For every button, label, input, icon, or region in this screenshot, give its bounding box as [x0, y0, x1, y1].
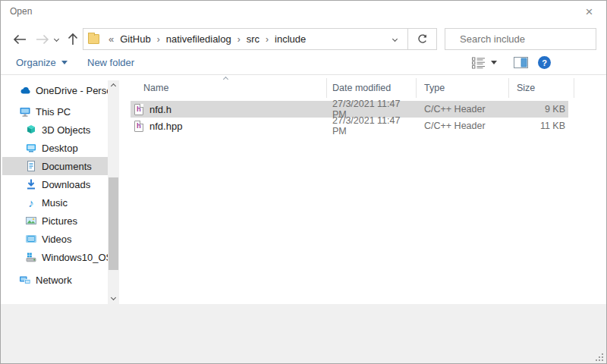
computer-icon	[19, 105, 31, 118]
folder-icon	[88, 34, 99, 44]
breadcrumb-item-github[interactable]: GitHub	[118, 33, 153, 45]
file-size: 9 KB	[509, 101, 574, 118]
search-input[interactable]	[460, 33, 593, 45]
organize-button[interactable]: Organize	[16, 51, 68, 74]
scroll-up-button[interactable]	[108, 80, 119, 92]
cube-icon	[25, 124, 37, 136]
sidebar-item-desktop[interactable]: Desktop	[2, 139, 108, 157]
file-size: 11 KB	[509, 118, 574, 134]
new-folder-label: New folder	[87, 57, 134, 68]
breadcrumb-separator: ›	[262, 34, 272, 45]
column-header-size[interactable]: Size	[509, 78, 574, 98]
forward-button[interactable]	[33, 28, 52, 50]
details-view-icon	[472, 57, 486, 69]
address-bar[interactable]: « GitHub › nativefiledialog › src › incl…	[83, 28, 408, 50]
download-arrow-icon	[25, 178, 37, 190]
sidebar-item-label: Documents	[42, 161, 92, 172]
chevron-down-icon	[111, 295, 116, 300]
scrollbar-thumb[interactable]	[109, 177, 118, 270]
sidebar-item-label: Downloads	[42, 179, 90, 190]
sidebar-item-this-pc[interactable]: This PC	[2, 102, 108, 121]
file-name: nfd.hpp	[149, 121, 182, 132]
close-button[interactable]: ×	[572, 1, 606, 23]
organize-dropdown-icon	[61, 61, 68, 64]
back-arrow-icon	[12, 33, 27, 46]
column-headers: Name Date modified Type Size	[130, 78, 599, 99]
navigation-pane: OneDrive - Person This PC 3D Objects Des…	[2, 81, 108, 304]
breadcrumb-overflow[interactable]: «	[105, 33, 118, 45]
dialog-footer: File name: Headers (*.h;*.hpp) Open Canc…	[1, 304, 606, 364]
sidebar-item-3d-objects[interactable]: 3D Objects	[2, 121, 108, 139]
sidebar-item-downloads[interactable]: Downloads	[2, 175, 108, 193]
window-title: Open	[10, 6, 32, 17]
sidebar-item-pictures[interactable]: Pictures	[2, 212, 108, 230]
sort-ascending-icon	[223, 77, 228, 82]
resize-grip[interactable]	[596, 353, 604, 362]
sidebar-item-label: This PC	[36, 106, 71, 118]
search-box[interactable]	[445, 28, 596, 50]
organize-label: Organize	[16, 57, 56, 68]
help-icon: ?	[538, 56, 551, 69]
sidebar-item-label: Pictures	[42, 215, 77, 227]
file-list: h nfd.h 27/3/2021 11:47 PM C/C++ Header …	[130, 101, 600, 134]
sidebar-item-label: Desktop	[42, 143, 78, 154]
sidebar-item-label: Music	[42, 197, 68, 209]
sidebar-item-label: OneDrive - Person	[36, 85, 108, 96]
sidebar-item-label: 3D Objects	[42, 124, 90, 136]
breadcrumb-item-src[interactable]: src	[244, 33, 262, 45]
sidebar-item-music[interactable]: ♪ Music	[2, 193, 108, 212]
address-dropdown-icon[interactable]	[392, 36, 398, 42]
command-toolbar: Organize New folder ?	[1, 51, 606, 75]
forward-arrow-icon	[35, 33, 50, 46]
header-file-icon: h	[134, 104, 143, 115]
change-view-button[interactable]	[472, 51, 497, 74]
scroll-down-button[interactable]	[108, 293, 119, 304]
breadcrumb-separator: ›	[234, 34, 244, 45]
sidebar-item-label: Network	[36, 275, 72, 286]
open-file-dialog: Open × « GitHub › nativefiledialog › src…	[0, 0, 607, 364]
sidebar-item-windows10-os[interactable]: Windows10_OS (	[2, 248, 108, 266]
video-icon	[25, 233, 37, 245]
sidebar-item-label: Windows10_OS (	[42, 252, 108, 263]
file-row-nfd-hpp[interactable]: h nfd.hpp 27/3/2021 11:47 PM C/C++ Heade…	[130, 118, 600, 134]
back-button[interactable]	[10, 28, 30, 50]
sidebar-item-videos[interactable]: Videos	[2, 230, 108, 248]
new-folder-button[interactable]: New folder	[87, 51, 134, 74]
file-name: nfd.h	[149, 104, 171, 115]
sidebar-scrollbar[interactable]	[108, 80, 119, 304]
onedrive-cloud-icon	[19, 84, 31, 96]
breadcrumb-separator: ›	[153, 34, 164, 45]
music-note-icon: ♪	[25, 196, 37, 209]
file-date: 27/3/2021 11:47 PM	[327, 118, 417, 134]
column-header-spacer	[574, 78, 599, 98]
column-header-date-modified[interactable]: Date modified	[327, 78, 417, 98]
chevron-down-icon	[53, 36, 58, 42]
sidebar-item-label: Videos	[42, 234, 72, 245]
view-dropdown-icon	[491, 61, 497, 64]
up-arrow-icon	[67, 33, 79, 46]
picture-icon	[25, 215, 37, 227]
sidebar-item-network[interactable]: Network	[2, 271, 108, 289]
drive-icon	[25, 251, 37, 263]
close-icon: ×	[586, 5, 593, 18]
file-type: C/C++ Header	[417, 118, 509, 134]
preview-pane-icon	[514, 57, 528, 68]
chevron-up-icon	[111, 83, 116, 89]
help-button[interactable]: ?	[538, 51, 551, 74]
recent-locations-button[interactable]	[51, 28, 61, 50]
column-header-name[interactable]: Name	[130, 78, 327, 98]
breadcrumb-item-nativefiledialog[interactable]: nativefiledialog	[164, 33, 234, 45]
title-bar[interactable]: Open ×	[1, 1, 606, 23]
document-icon	[25, 160, 37, 172]
file-type: C/C++ Header	[417, 101, 509, 118]
breadcrumb-item-include[interactable]: include	[272, 33, 308, 45]
refresh-button[interactable]	[407, 28, 437, 50]
preview-pane-button[interactable]	[514, 51, 528, 74]
network-icon	[19, 274, 31, 286]
header-file-icon: h	[134, 121, 143, 132]
sidebar-item-documents[interactable]: Documents	[2, 157, 108, 175]
up-button[interactable]	[63, 28, 83, 50]
column-header-type[interactable]: Type	[417, 78, 509, 98]
desktop-icon	[25, 142, 37, 154]
sidebar-item-onedrive[interactable]: OneDrive - Person	[2, 81, 108, 99]
